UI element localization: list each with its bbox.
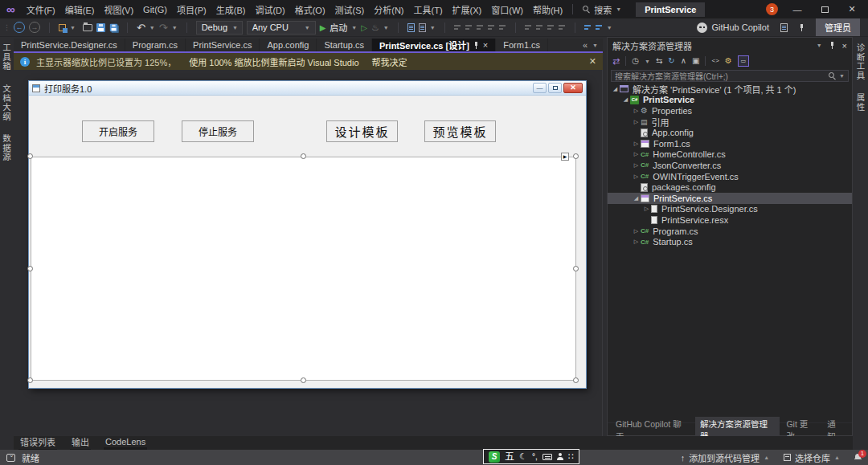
add-to-source-control-button[interactable]: ↑ 添加到源代码管理 ▲ [681,451,769,464]
quick-search[interactable]: 搜索 ▼ [578,3,626,16]
menu-view[interactable]: 视图(V) [99,3,138,16]
chevron-down-icon[interactable]: ▼ [70,25,76,31]
layout-guides-icon[interactable] [596,24,603,31]
tree-item-properties[interactable]: ⚙ Properties [608,105,852,116]
window-position-icon[interactable]: ▼ [817,43,822,48]
select-repository-button[interactable]: 选择仓库 ▲ [784,451,840,464]
sogou-logo-icon[interactable]: S [489,451,500,463]
tree-item-startup-cs[interactable]: C# Startup.cs [608,236,852,247]
save-all-icon[interactable] [110,23,117,31]
infobar-restart-link[interactable]: 使用 100% 缩放比例重新启动 Visual Studio [189,55,358,68]
menu-analyze[interactable]: 分析(N) [369,3,408,16]
toolbar-options-icon[interactable]: ▼ [607,25,612,31]
chevron-expanded-icon[interactable] [611,86,620,92]
menu-file[interactable]: 文件(F) [22,3,60,16]
start-without-debug-icon[interactable]: ▷ [361,23,367,32]
auto-hide-pin-icon[interactable] [829,42,835,49]
pending-changes-filter-icon[interactable]: ◷ [632,57,639,65]
chevron-collapsed-icon[interactable] [632,141,641,147]
menu-test[interactable]: 测试(S) [330,3,370,16]
moon-icon[interactable]: ☾ [519,452,527,461]
start-debug-label[interactable]: 启动 [330,21,347,34]
tree-item-jsonconverter[interactable]: C# JsonConverter.cs [608,160,852,171]
tab-program-cs[interactable]: Program.cs [125,39,186,51]
panel-close-icon[interactable]: × [842,41,847,51]
refresh-icon[interactable]: ↻ [668,57,674,65]
tree-item-owintriggerevent[interactable]: C# OWINTriggerEvent.cs [608,171,852,182]
start-service-button[interactable]: 开启服务 [82,120,154,142]
form-title-bar[interactable]: 打印服务1.0 — ✕ [29,81,586,96]
menu-git[interactable]: Git(G) [138,5,172,14]
open-folder-icon[interactable] [83,24,92,31]
properties-wrench-icon[interactable]: ⚙ [725,57,732,65]
chevron-expanded-icon[interactable] [621,96,630,103]
grid-menu-icon[interactable]: ∷ [568,452,574,461]
solution-platform-dropdown[interactable]: Any CPU▼ [247,21,316,35]
chevron-expanded-icon[interactable] [632,195,641,202]
find-in-files-icon[interactable] [407,23,415,32]
menu-project[interactable]: 项目(P) [172,3,211,16]
flag-icon[interactable] [799,24,805,31]
close-button[interactable]: ✕ [844,4,860,14]
navigate-forward-icon[interactable]: → [29,22,40,33]
menu-help[interactable]: 帮助(H) [528,3,567,16]
tab-form1-cs[interactable]: Form1.cs [496,39,548,51]
github-copilot-button[interactable]: GitHub Copilot [697,22,769,33]
tree-item-app-config[interactable]: App.config [608,127,852,138]
menu-extensions[interactable]: 扩展(X) [448,3,487,16]
sidebar-tab-data-sources[interactable]: 数据源 [1,134,13,162]
sidebar-tab-toolbox[interactable]: 工具箱 [1,43,13,71]
tree-item-solution[interactable]: 解决方案 'PrintService' (1 个项目, 共 1 个) [608,84,852,95]
tab-output[interactable]: 输出 [70,435,91,451]
tab-error-list[interactable]: 错误列表 [18,435,57,451]
tree-item-references[interactable]: ▤ 引用 [608,116,852,128]
preview-selected-items-toggle[interactable]: ▭ [738,55,749,67]
tab-list-dropdown-icon[interactable]: ▼ [592,43,598,48]
sidebar-tab-properties[interactable]: 属性 [855,93,867,112]
background-tasks-icon[interactable] [6,454,15,462]
tree-item-homecontroller[interactable]: C# HomeController.cs [608,149,852,161]
notifications-bell-button[interactable]: 1 [854,453,862,463]
resize-handle-top-right[interactable] [573,153,579,159]
collapse-all-icon[interactable]: ∧ [681,57,686,65]
tab-codelens[interactable]: CodeLens [104,437,147,450]
chevron-down-icon[interactable]: ▼ [839,73,845,79]
chevron-collapsed-icon[interactable] [632,173,641,180]
soft-keyboard-icon[interactable] [542,454,552,460]
resize-handle-mid-right[interactable] [573,266,579,271]
menu-debug[interactable]: 调试(D) [250,3,289,16]
notification-badge[interactable]: 3 [766,3,778,15]
ime-mode-indicator[interactable]: 五 [505,452,514,462]
chevron-collapsed-icon[interactable] [632,119,641,125]
resize-handle-mid-left[interactable] [27,266,33,271]
smart-tag-arrow-icon[interactable]: ▶ [561,153,569,161]
save-icon[interactable] [96,23,105,32]
infobar-close-icon[interactable]: ✕ [589,56,596,67]
toolbar-grip[interactable]: ⋮ [3,23,10,31]
chevron-collapsed-icon[interactable] [632,151,641,157]
tree-item-program-cs[interactable]: C# Program.cs [608,226,852,237]
form-maximize-button[interactable] [548,83,562,93]
close-tab-icon[interactable]: × [483,40,488,50]
document-outline-icon[interactable] [419,23,426,32]
sidebar-tab-document-outline[interactable]: 文档大纲 [1,84,13,121]
account-icon[interactable] [557,453,563,460]
start-debug-icon[interactable]: ▶ [320,23,326,32]
chevron-down-icon[interactable]: ▼ [645,59,650,64]
solution-configuration-dropdown[interactable]: Debug▼ [196,21,243,35]
tab-printservice-cs-design-active[interactable]: PrintService.cs [设计] × [372,39,496,51]
resize-handle-bottom-mid[interactable] [301,377,306,383]
chevron-down-icon[interactable]: ▼ [430,25,436,31]
undo-icon[interactable]: ↶ [137,22,145,33]
design-template-button[interactable]: 设计模板 [326,120,398,142]
chevron-collapsed-icon[interactable] [632,108,641,114]
resize-handle-bottom-right[interactable] [573,377,579,383]
chevron-down-icon[interactable]: ▼ [149,25,155,31]
new-project-icon[interactable] [59,24,66,31]
form-window[interactable]: 打印服务1.0 — ✕ 开启服务 停止服务 设计模板 预览模板 ▶ [28,80,587,389]
minimize-button[interactable]: — [789,5,805,14]
sync-with-active-document-icon[interactable]: ⇆ [656,57,662,65]
tree-item-packages-config[interactable]: packages.config [608,182,852,193]
punctuation-indicator[interactable]: °, [532,453,538,461]
menu-format[interactable]: 格式(O) [290,3,330,16]
